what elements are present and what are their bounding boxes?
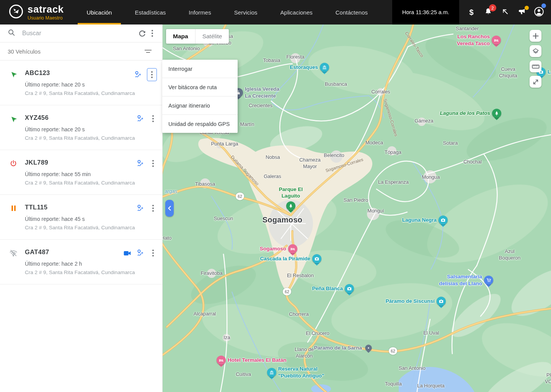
filter-button[interactable]	[142, 45, 155, 58]
camera-icon[interactable]	[123, 250, 132, 256]
nav-item-aplicaciones[interactable]: Aplicaciones	[269, 0, 324, 24]
map-type-map[interactable]: Mapa	[166, 29, 196, 44]
map-label-martin: Martín	[240, 121, 254, 128]
route-history-icon[interactable]	[136, 249, 145, 257]
zoom-in-button[interactable]	[530, 30, 541, 42]
nav-item-servicios[interactable]: Servicios	[223, 0, 269, 24]
vehicle-last-report: Último reporte: hace 45 s	[25, 216, 156, 222]
camera-pin-icon[interactable]	[437, 297, 446, 306]
bed-pin-icon[interactable]	[217, 356, 226, 365]
profile-status-dot	[541, 3, 546, 8]
search-bar	[0, 24, 162, 42]
map-controls	[530, 30, 541, 88]
map-label-alcaparral: Alcaparral	[194, 311, 216, 317]
menu-item-unidad-de-respaldo-gps[interactable]: Unidad de respaldo GPS	[162, 115, 238, 133]
map-label-iza: Iza	[223, 335, 230, 341]
status-engine-off-icon	[9, 159, 18, 168]
vehicle-row-xyz456[interactable]: XYZ456Último reporte: hace 20 sCra 2 # 9…	[0, 105, 162, 150]
route-history-icon[interactable]	[136, 159, 145, 168]
poi-label: Sogamoso	[260, 245, 286, 252]
bed-pin-icon[interactable]	[288, 244, 297, 253]
tree-pin-icon[interactable]	[492, 109, 501, 118]
vehicle-address: Cra 2 # 9, Santa Rita Facatativá, Cundin…	[25, 225, 156, 230]
map-label-sogamoso: Sogamoso	[262, 215, 303, 225]
map-label-chochal: Chochal	[463, 159, 482, 165]
museum-pin-icon[interactable]	[267, 368, 276, 377]
map-type-toggle: Mapa Satélite	[166, 29, 229, 44]
route-shield-62: 62	[283, 288, 291, 296]
map-label-crecientes: Crecientes	[249, 103, 272, 109]
vehicle-menu-button[interactable]	[149, 158, 157, 169]
status-paused-icon	[9, 204, 18, 212]
vehicle-row-jkl789[interactable]: JKL789Último reporte: hace 55 minCra 2 #…	[0, 150, 162, 195]
layers-button[interactable]	[530, 45, 541, 57]
ruler-button[interactable]	[530, 60, 541, 72]
map-type-satellite[interactable]: Satélite	[196, 29, 229, 44]
nav-item-contactenos[interactable]: Contáctenos	[324, 0, 379, 24]
arrow-up-left-icon	[501, 8, 509, 17]
camera-pin-icon[interactable]	[345, 284, 354, 293]
vehicle-count: 30 Vehículos	[8, 48, 41, 55]
avatar-icon	[534, 7, 544, 18]
map-label-tobasia: Tobasia	[263, 57, 280, 64]
billing-button[interactable]: $	[464, 4, 479, 20]
map-label-san-antonio: San Antonio	[173, 46, 200, 52]
vehicle-last-report: Último reporte: hace 2 h	[25, 261, 156, 267]
map-label-gameza: Gámeza	[414, 118, 433, 124]
route-history-icon[interactable]	[136, 204, 145, 212]
nav-item-estadisticas[interactable]: Estadísticas	[123, 0, 177, 24]
vehicle-row-gat487[interactable]: GAT487Último reporte: hace 2 hCra 2 # 9,…	[0, 240, 162, 284]
map-label-topaga: Tópaga	[385, 149, 401, 156]
vehicle-menu-button[interactable]	[149, 113, 157, 124]
nav-item-ubicacion[interactable]: Ubicación	[75, 0, 124, 24]
map-label-chameza-mayor: Chameza Mayor	[299, 157, 321, 170]
poi-label: Reserva Natural "Pueblito Antiguo"	[278, 366, 324, 379]
map-label-belencito: Belencito	[324, 152, 344, 159]
route-history-icon[interactable]	[136, 114, 145, 123]
camera-pin-icon[interactable]	[439, 216, 448, 225]
profile-button[interactable]	[531, 4, 546, 20]
bed-pin-icon[interactable]	[492, 36, 501, 45]
collapse-sidebar-button[interactable]	[165, 200, 174, 217]
map-label-chorrera: Chorrera	[289, 311, 308, 318]
pointer-tool-button[interactable]	[497, 4, 513, 20]
sidebar-menu-button[interactable]	[148, 28, 156, 39]
cart-pin-icon[interactable]	[484, 276, 493, 285]
vehicle-row-ttl115[interactable]: TTL115Último reporte: hace 45 sCra 2 # 9…	[0, 195, 162, 240]
map-label-sotara: Sotara	[443, 140, 458, 147]
map-label-toquilla: Toquilla	[385, 381, 402, 387]
vehicle-menu-button[interactable]	[149, 203, 157, 214]
vehicle-list: ABC123Último reporte: hace 20 sCra 2 # 9…	[0, 60, 162, 284]
menu-item-ver-bitacora-de-ruta[interactable]: Ver bitácora de ruta	[162, 78, 238, 96]
vehicle-menu-button[interactable]	[149, 247, 157, 259]
vehicle-last-report: Último reporte: hace 20 s	[25, 82, 156, 88]
map-label-cuitiva: Cuitiva	[236, 371, 251, 378]
poi-label: Cascada la Pirámide	[260, 255, 310, 262]
map-label-la-horqueta: La Horqueta	[417, 383, 445, 389]
map-label-la-esperanza: La Esperanza	[378, 179, 409, 186]
menu-item-interrogar[interactable]: Interrogar	[162, 60, 238, 78]
poi-label: Iglesia Vereda La Creciente	[245, 86, 279, 99]
museum-pin-icon[interactable]	[320, 63, 329, 72]
dot-pin-icon[interactable]	[365, 345, 372, 351]
route-history-icon[interactable]	[134, 70, 142, 79]
map-label-corrales: Corrales	[371, 89, 390, 95]
tree-pin-icon[interactable]	[286, 201, 295, 211]
search-input[interactable]	[21, 29, 135, 37]
vehicle-menu-button[interactable]	[147, 68, 157, 81]
map-label-san-piedro: San Piedro	[344, 197, 368, 204]
fullscreen-button[interactable]	[530, 76, 541, 88]
map-label-nobsa: Nobsa	[266, 154, 280, 161]
notifications-button[interactable]: 2	[481, 4, 496, 20]
refresh-button[interactable]	[135, 27, 148, 40]
announcements-button[interactable]	[514, 4, 530, 20]
nav-item-informes[interactable]: Informes	[177, 0, 222, 24]
vehicle-sidebar: 30 Vehículos ABC123Último reporte: hace …	[0, 24, 163, 392]
vehicle-last-report: Último reporte: hace 20 s	[25, 126, 156, 132]
vehicle-row-abc123[interactable]: ABC123Último reporte: hace 20 sCra 2 # 9…	[0, 60, 162, 105]
camera-pin-icon[interactable]	[312, 254, 321, 263]
brand-subtitle: Usuario Maestro	[28, 16, 64, 21]
menu-item-asignar-itinerario[interactable]: Asignar itinerario	[162, 96, 238, 115]
map-label-tibasosa: Tibasosa	[195, 181, 215, 188]
map-label-el-hato: El Hato	[162, 235, 171, 242]
